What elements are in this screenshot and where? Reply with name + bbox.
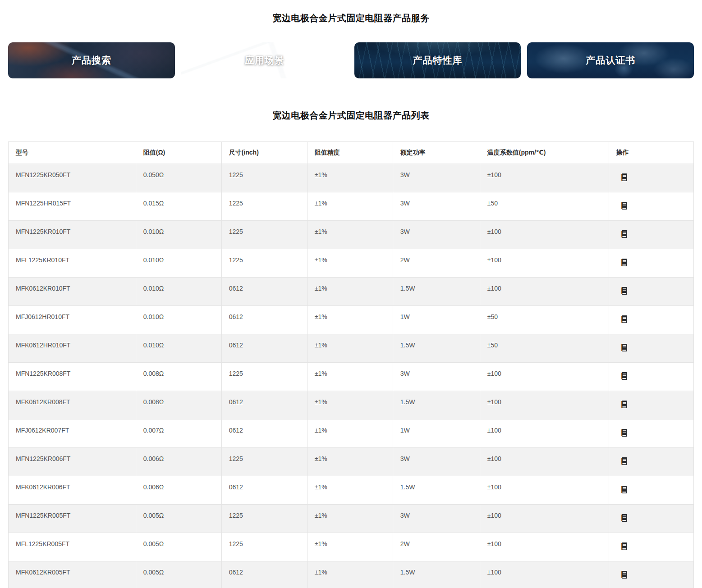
- cell-resistance: 0.010Ω: [136, 306, 221, 334]
- view-datasheet-button[interactable]: [621, 173, 628, 181]
- cell-operation: [609, 448, 694, 476]
- table-row: MFN1225KR008FT0.008Ω1225±1%3W±100: [9, 363, 694, 391]
- cell-size: 1225: [221, 249, 307, 278]
- cell-model: MFN1225KR010FT: [9, 221, 136, 249]
- cell-resistance: 0.010Ω: [136, 278, 221, 306]
- cell-operation: [609, 221, 694, 249]
- cell-size: 0612: [221, 306, 307, 334]
- cell-rated-power: 1.5W: [393, 561, 480, 588]
- document-icon: [621, 344, 628, 351]
- cell-model: MFK0612HR010FT: [9, 334, 136, 363]
- view-datasheet-button[interactable]: [621, 259, 628, 266]
- cell-precision: ±1%: [307, 448, 393, 476]
- cell-rated-power: 3W: [393, 221, 480, 249]
- cell-temp-coeff: ±50: [480, 192, 609, 221]
- document-icon: [621, 401, 628, 408]
- view-datasheet-button[interactable]: [621, 315, 628, 323]
- cell-model: MFN1225KR008FT: [9, 363, 136, 391]
- view-datasheet-button[interactable]: [621, 486, 628, 493]
- nav-card-label: 产品特性库: [413, 54, 462, 67]
- view-datasheet-button[interactable]: [621, 429, 628, 437]
- table-row: MFN1225KR005FT0.005Ω1225±1%3W±100: [9, 505, 694, 533]
- cell-size: 0612: [221, 391, 307, 419]
- cell-precision: ±1%: [307, 278, 393, 306]
- column-header-size: 尺寸(inch): [221, 142, 307, 164]
- cell-temp-coeff: ±50: [480, 306, 609, 334]
- cell-temp-coeff: ±100: [480, 533, 609, 561]
- cell-operation: [609, 278, 694, 306]
- cell-size: 0612: [221, 476, 307, 505]
- cell-model: MFJ0612HR010FT: [9, 306, 136, 334]
- table-row: MFK0612KR010FT0.010Ω0612±1%1.5W±100: [9, 278, 694, 306]
- table-row: MFK0612KR005FT0.005Ω0612±1%1.5W±100: [9, 561, 694, 588]
- view-datasheet-button[interactable]: [621, 401, 628, 408]
- cell-resistance: 0.006Ω: [136, 476, 221, 505]
- cell-precision: ±1%: [307, 419, 393, 448]
- cell-rated-power: 3W: [393, 448, 480, 476]
- cell-model: MFK0612KR008FT: [9, 391, 136, 419]
- page-title: 宽边电极合金片式固定电阻器产品服务: [0, 12, 702, 24]
- view-datasheet-button[interactable]: [621, 571, 628, 579]
- document-icon: [621, 457, 628, 465]
- nav-card-label: 产品搜索: [72, 54, 111, 67]
- cell-precision: ±1%: [307, 561, 393, 588]
- view-datasheet-button[interactable]: [621, 372, 628, 380]
- cell-rated-power: 3W: [393, 192, 480, 221]
- document-icon: [621, 486, 628, 493]
- cell-size: 1225: [221, 533, 307, 561]
- cell-model: MFJ0612KR007FT: [9, 419, 136, 448]
- cell-temp-coeff: ±100: [480, 391, 609, 419]
- view-datasheet-button[interactable]: [621, 287, 628, 295]
- document-icon: [621, 514, 628, 522]
- table-row: MFJ0612HR010FT0.010Ω0612±1%1W±50: [9, 306, 694, 334]
- cell-operation: [609, 419, 694, 448]
- view-datasheet-button[interactable]: [621, 542, 628, 550]
- cell-rated-power: 1.5W: [393, 278, 480, 306]
- cell-size: 0612: [221, 334, 307, 363]
- cell-model: MFK0612KR006FT: [9, 476, 136, 505]
- cell-size: 1225: [221, 363, 307, 391]
- document-icon: [621, 230, 628, 238]
- product-table-container: 型号 阻值(Ω) 尺寸(inch) 阻值精度 额定功率 温度系数值(ppm/℃)…: [8, 141, 694, 588]
- cell-operation: [609, 306, 694, 334]
- nav-card-characteristics-library[interactable]: 产品特性库: [354, 42, 521, 78]
- cell-resistance: 0.050Ω: [136, 164, 221, 192]
- document-icon: [621, 542, 628, 550]
- view-datasheet-button[interactable]: [621, 457, 628, 465]
- table-row: MFN1225HR015FT0.015Ω1225±1%3W±50: [9, 192, 694, 221]
- cell-precision: ±1%: [307, 306, 393, 334]
- nav-card-certificates[interactable]: 产品认证书: [527, 42, 694, 78]
- cell-model: MFN1225KR005FT: [9, 505, 136, 533]
- view-datasheet-button[interactable]: [621, 202, 628, 210]
- table-row: MFK0612KR008FT0.008Ω0612±1%1.5W±100: [9, 391, 694, 419]
- cell-temp-coeff: ±100: [480, 363, 609, 391]
- cell-resistance: 0.008Ω: [136, 363, 221, 391]
- cell-resistance: 0.005Ω: [136, 533, 221, 561]
- column-header-rated-power: 额定功率: [393, 142, 480, 164]
- cell-size: 1225: [221, 505, 307, 533]
- nav-card-label: 应用场景: [245, 54, 284, 67]
- cell-resistance: 0.010Ω: [136, 334, 221, 363]
- cell-operation: [609, 192, 694, 221]
- nav-card-product-search[interactable]: 产品搜索: [8, 42, 175, 78]
- column-header-temp-coeff: 温度系数值(ppm/℃): [480, 142, 609, 164]
- cell-resistance: 0.015Ω: [136, 192, 221, 221]
- cell-temp-coeff: ±100: [480, 476, 609, 505]
- view-datasheet-button[interactable]: [621, 230, 628, 238]
- cell-rated-power: 3W: [393, 505, 480, 533]
- table-row: MFK0612HR010FT0.010Ω0612±1%1.5W±50: [9, 334, 694, 363]
- nav-card-label: 产品认证书: [586, 54, 635, 67]
- cell-operation: [609, 363, 694, 391]
- cell-temp-coeff: ±100: [480, 278, 609, 306]
- view-datasheet-button[interactable]: [621, 344, 628, 351]
- table-row: MFJ0612KR007FT0.007Ω0612±1%1W±100: [9, 419, 694, 448]
- cell-temp-coeff: ±50: [480, 334, 609, 363]
- cell-size: 1225: [221, 192, 307, 221]
- column-header-resistance: 阻值(Ω): [136, 142, 221, 164]
- cell-precision: ±1%: [307, 476, 393, 505]
- section-title: 宽边电极合金片式固定电阻器产品列表: [0, 109, 702, 122]
- view-datasheet-button[interactable]: [621, 514, 628, 522]
- table-header-row: 型号 阻值(Ω) 尺寸(inch) 阻值精度 额定功率 温度系数值(ppm/℃)…: [9, 142, 694, 164]
- nav-card-application-scenes[interactable]: 应用场景: [181, 42, 348, 78]
- cell-operation: [609, 391, 694, 419]
